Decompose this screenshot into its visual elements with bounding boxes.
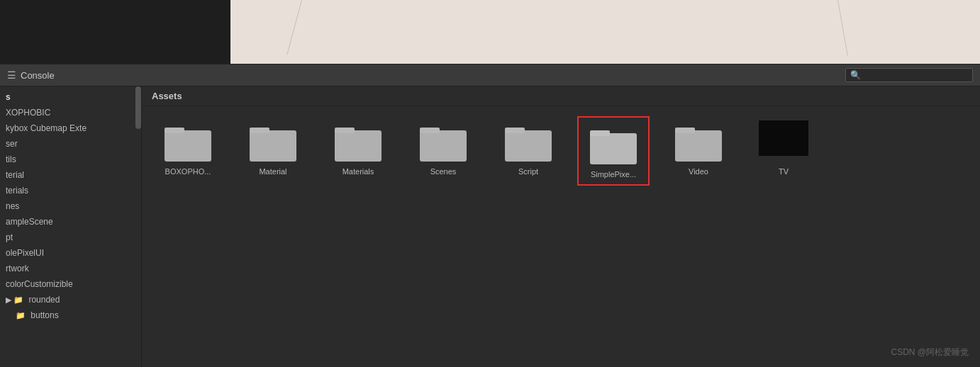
folder-icon-large [163, 120, 213, 163]
assets-header: Assets [142, 86, 980, 106]
svg-rect-8 [505, 130, 552, 162]
scene-viewport [230, 0, 980, 64]
folder-icon-large [333, 120, 383, 163]
folder-label: TV [779, 167, 789, 176]
folder-icon-large [674, 120, 723, 163]
folder-item-video[interactable]: Video [667, 120, 730, 176]
sidebar-item-rounded[interactable]: ▶ 📁 rounded [0, 292, 141, 307]
console-bar: ☰ Console 🔍 [0, 64, 980, 86]
console-search-input[interactable]: 🔍 [845, 68, 973, 82]
folder-item-materials[interactable]: Materials [326, 120, 390, 176]
svg-rect-10 [590, 133, 637, 164]
folder-label: Video [689, 167, 708, 176]
sidebar-item[interactable]: XOPHOBIC [0, 105, 141, 120]
folder-icon: ▶ 📁 [6, 293, 23, 306]
scene-line-1 [286, 0, 302, 55]
sidebar-item[interactable]: ser [0, 136, 141, 152]
sidebar-items: s XOPHOBIC kybox Cubemap Exte ser tils t… [0, 86, 141, 326]
folder-icon-large [418, 120, 468, 163]
folder-icon: 📁 [16, 309, 26, 322]
svg-rect-0 [165, 130, 211, 162]
sidebar-item[interactable]: rtwork [0, 261, 141, 276]
top-left-panel [0, 0, 230, 64]
sidebar-item[interactable]: kybox Cubemap Exte [0, 120, 141, 136]
folder-icon-large [248, 120, 298, 163]
sidebar-item[interactable]: tils [0, 152, 141, 167]
folder-item-script[interactable]: Script [496, 120, 560, 176]
console-search: 🔍 [845, 68, 973, 82]
top-viewport [0, 0, 980, 64]
svg-rect-9 [505, 128, 525, 133]
sidebar-item[interactable]: ampleScene [0, 214, 141, 230]
folder-label: Script [518, 167, 538, 176]
svg-rect-5 [335, 128, 355, 133]
svg-rect-13 [675, 128, 695, 133]
svg-rect-3 [250, 128, 269, 133]
folder-label: Scenes [430, 167, 457, 176]
sidebar-item[interactable]: terial [0, 167, 141, 183]
tv-thumbnail [759, 120, 808, 156]
folder-item-boxopho[interactable]: BOXOPHO... [156, 120, 220, 176]
assets-content: BOXOPHO... Material [142, 106, 980, 367]
search-icon: 🔍 [850, 70, 861, 80]
svg-rect-11 [590, 130, 610, 136]
assets-panel: Assets BOXOPHO... [142, 86, 980, 367]
sidebar-scrollbar[interactable] [135, 86, 141, 129]
console-label: Console [21, 70, 55, 81]
sidebar-item[interactable]: nes [0, 198, 141, 214]
svg-rect-6 [420, 130, 467, 162]
watermark: CSDN @阿松爱睡觉 [891, 346, 969, 358]
console-icon: ☰ [7, 69, 16, 81]
sidebar-item[interactable]: colorCustomizible [0, 276, 141, 292]
scene-line-2 [837, 0, 848, 56]
main-area: s XOPHOBIC kybox Cubemap Exte ser tils t… [0, 86, 980, 367]
sidebar-item[interactable]: olePixelUI [0, 245, 141, 261]
svg-rect-12 [675, 130, 722, 162]
sidebar-item[interactable]: terials [0, 183, 141, 198]
sidebar: s XOPHOBIC kybox Cubemap Exte ser tils t… [0, 86, 142, 367]
folder-label: BOXOPHO... [165, 167, 211, 176]
svg-rect-1 [165, 128, 184, 133]
folder-icon-large [589, 123, 638, 166]
sidebar-item-buttons[interactable]: 📁 buttons [0, 307, 141, 323]
folder-item-simplepixe[interactable]: SimplePixe... [581, 120, 645, 181]
svg-rect-7 [420, 128, 440, 133]
folder-label: Materials [343, 167, 374, 176]
folder-label: SimplePixe... [591, 170, 636, 179]
folder-item-scenes[interactable]: Scenes [411, 120, 475, 176]
folder-icon-large [503, 120, 553, 163]
folder-item-material[interactable]: Material [241, 120, 305, 176]
folder-label: Material [259, 167, 286, 176]
svg-rect-4 [335, 130, 382, 162]
sidebar-item[interactable]: pt [0, 230, 141, 245]
svg-rect-2 [250, 130, 296, 162]
folder-item-tv[interactable]: TV [752, 120, 815, 176]
sidebar-item: s [0, 89, 141, 105]
